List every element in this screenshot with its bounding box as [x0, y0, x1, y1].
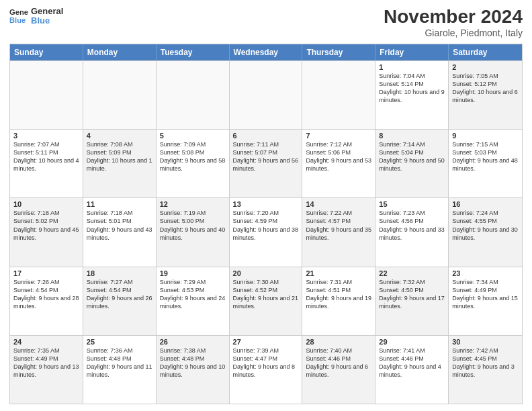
day-info: Sunrise: 7:16 AM Sunset: 5:02 PM Dayligh… [13, 209, 79, 242]
day-number: 28 [306, 338, 371, 346]
day-number: 14 [306, 200, 371, 208]
day-info: Sunrise: 7:22 AM Sunset: 4:57 PM Dayligh… [306, 209, 371, 242]
day-number: 12 [160, 200, 226, 208]
day-number: 3 [13, 132, 79, 140]
cal-cell: 30Sunrise: 7:42 AM Sunset: 4:45 PM Dayli… [449, 336, 522, 404]
day-number: 5 [160, 132, 226, 140]
cal-cell: 24Sunrise: 7:35 AM Sunset: 4:49 PM Dayli… [10, 336, 83, 404]
cal-cell: 29Sunrise: 7:41 AM Sunset: 4:46 PM Dayli… [375, 336, 449, 404]
cal-cell: 3Sunrise: 7:07 AM Sunset: 5:11 PM Daylig… [10, 130, 83, 197]
day-info: Sunrise: 7:41 AM Sunset: 4:46 PM Dayligh… [379, 347, 445, 379]
day-number: 2 [452, 63, 519, 71]
cal-cell: 15Sunrise: 7:23 AM Sunset: 4:56 PM Dayli… [375, 198, 449, 266]
day-info: Sunrise: 7:07 AM Sunset: 5:11 PM Dayligh… [13, 140, 79, 173]
cal-header-saturday: Saturday [449, 44, 522, 60]
cal-cell [157, 61, 230, 129]
cal-cell: 7Sunrise: 7:12 AM Sunset: 5:06 PM Daylig… [302, 130, 375, 197]
title-block: November 2024 Giarole, Piedmont, Italy [384, 7, 523, 38]
day-number: 30 [452, 338, 519, 346]
cal-week-5: 24Sunrise: 7:35 AM Sunset: 4:49 PM Dayli… [10, 335, 522, 404]
cal-cell: 18Sunrise: 7:27 AM Sunset: 4:54 PM Dayli… [83, 267, 157, 335]
day-info: Sunrise: 7:09 AM Sunset: 5:08 PM Dayligh… [160, 140, 226, 173]
day-number: 19 [160, 269, 226, 277]
day-info: Sunrise: 7:18 AM Sunset: 5:01 PM Dayligh… [87, 209, 152, 242]
cal-cell [10, 61, 83, 129]
logo-line2: Blue [31, 16, 63, 26]
cal-cell: 26Sunrise: 7:38 AM Sunset: 4:48 PM Dayli… [157, 336, 230, 404]
cal-cell: 16Sunrise: 7:24 AM Sunset: 4:55 PM Dayli… [449, 198, 522, 266]
day-number: 7 [306, 132, 371, 140]
svg-text:General: General [9, 8, 28, 16]
day-number: 13 [233, 200, 299, 208]
calendar-body: 1Sunrise: 7:04 AM Sunset: 5:14 PM Daylig… [10, 60, 522, 404]
cal-header-sunday: Sunday [10, 44, 83, 60]
cal-header-tuesday: Tuesday [157, 44, 230, 60]
day-info: Sunrise: 7:19 AM Sunset: 5:00 PM Dayligh… [160, 209, 226, 242]
cal-cell: 1Sunrise: 7:04 AM Sunset: 5:14 PM Daylig… [375, 61, 449, 129]
cal-cell [83, 61, 157, 129]
day-number: 1 [379, 63, 445, 71]
day-number: 27 [233, 338, 299, 346]
day-number: 16 [452, 200, 519, 208]
day-number: 15 [379, 200, 445, 208]
day-info: Sunrise: 7:34 AM Sunset: 4:49 PM Dayligh… [452, 278, 519, 311]
header: General Blue General Blue November 2024 … [9, 7, 523, 38]
day-number: 26 [160, 338, 226, 346]
day-number: 22 [379, 269, 445, 277]
logo: General Blue General Blue [9, 7, 63, 26]
page: General Blue General Blue November 2024 … [0, 0, 532, 411]
day-info: Sunrise: 7:14 AM Sunset: 5:04 PM Dayligh… [379, 140, 445, 173]
cal-week-1: 1Sunrise: 7:04 AM Sunset: 5:14 PM Daylig… [10, 60, 522, 129]
cal-cell: 10Sunrise: 7:16 AM Sunset: 5:02 PM Dayli… [10, 198, 83, 266]
day-info: Sunrise: 7:36 AM Sunset: 4:48 PM Dayligh… [87, 347, 152, 379]
day-number: 8 [379, 132, 445, 140]
day-info: Sunrise: 7:15 AM Sunset: 5:03 PM Dayligh… [452, 140, 519, 173]
logo-line1: General [31, 7, 63, 16]
cal-cell: 19Sunrise: 7:29 AM Sunset: 4:53 PM Dayli… [157, 267, 230, 335]
cal-header-monday: Monday [83, 44, 157, 60]
cal-cell: 5Sunrise: 7:09 AM Sunset: 5:08 PM Daylig… [157, 130, 230, 197]
day-info: Sunrise: 7:12 AM Sunset: 5:06 PM Dayligh… [306, 140, 371, 173]
day-number: 4 [87, 132, 152, 140]
cal-cell: 21Sunrise: 7:31 AM Sunset: 4:51 PM Dayli… [302, 267, 375, 335]
cal-cell: 9Sunrise: 7:15 AM Sunset: 5:03 PM Daylig… [449, 130, 522, 197]
svg-text:Blue: Blue [9, 17, 26, 25]
cal-cell [230, 61, 303, 129]
day-info: Sunrise: 7:26 AM Sunset: 4:54 PM Dayligh… [13, 278, 79, 311]
cal-cell [302, 61, 375, 129]
day-number: 24 [13, 338, 79, 346]
calendar: SundayMondayTuesdayWednesdayThursdayFrid… [9, 44, 523, 404]
day-info: Sunrise: 7:20 AM Sunset: 4:59 PM Dayligh… [233, 209, 299, 242]
day-info: Sunrise: 7:08 AM Sunset: 5:09 PM Dayligh… [87, 140, 152, 173]
cal-cell: 28Sunrise: 7:40 AM Sunset: 4:46 PM Dayli… [302, 336, 375, 404]
cal-cell: 2Sunrise: 7:05 AM Sunset: 5:12 PM Daylig… [449, 61, 522, 129]
cal-header-friday: Friday [375, 44, 449, 60]
day-number: 11 [87, 200, 152, 208]
cal-cell: 11Sunrise: 7:18 AM Sunset: 5:01 PM Dayli… [83, 198, 157, 266]
day-number: 6 [233, 132, 299, 140]
cal-cell: 6Sunrise: 7:11 AM Sunset: 5:07 PM Daylig… [230, 130, 303, 197]
day-number: 29 [379, 338, 445, 346]
day-info: Sunrise: 7:39 AM Sunset: 4:47 PM Dayligh… [233, 347, 299, 379]
calendar-header: SundayMondayTuesdayWednesdayThursdayFrid… [10, 44, 522, 60]
logo-icon: General Blue [9, 7, 28, 26]
day-info: Sunrise: 7:11 AM Sunset: 5:07 PM Dayligh… [233, 140, 299, 173]
day-info: Sunrise: 7:32 AM Sunset: 4:50 PM Dayligh… [379, 278, 445, 311]
day-info: Sunrise: 7:27 AM Sunset: 4:54 PM Dayligh… [87, 278, 152, 311]
cal-header-wednesday: Wednesday [230, 44, 303, 60]
cal-cell: 27Sunrise: 7:39 AM Sunset: 4:47 PM Dayli… [230, 336, 303, 404]
day-number: 25 [87, 338, 152, 346]
cal-cell: 8Sunrise: 7:14 AM Sunset: 5:04 PM Daylig… [375, 130, 449, 197]
cal-cell: 4Sunrise: 7:08 AM Sunset: 5:09 PM Daylig… [83, 130, 157, 197]
day-info: Sunrise: 7:30 AM Sunset: 4:52 PM Dayligh… [233, 278, 299, 311]
day-number: 21 [306, 269, 371, 277]
day-number: 20 [233, 269, 299, 277]
day-info: Sunrise: 7:38 AM Sunset: 4:48 PM Dayligh… [160, 347, 226, 379]
cal-cell: 20Sunrise: 7:30 AM Sunset: 4:52 PM Dayli… [230, 267, 303, 335]
cal-cell: 22Sunrise: 7:32 AM Sunset: 4:50 PM Dayli… [375, 267, 449, 335]
day-info: Sunrise: 7:42 AM Sunset: 4:45 PM Dayligh… [452, 347, 519, 379]
day-number: 23 [452, 269, 519, 277]
main-title: November 2024 [384, 7, 523, 28]
day-info: Sunrise: 7:40 AM Sunset: 4:46 PM Dayligh… [306, 347, 371, 379]
day-info: Sunrise: 7:29 AM Sunset: 4:53 PM Dayligh… [160, 278, 226, 311]
